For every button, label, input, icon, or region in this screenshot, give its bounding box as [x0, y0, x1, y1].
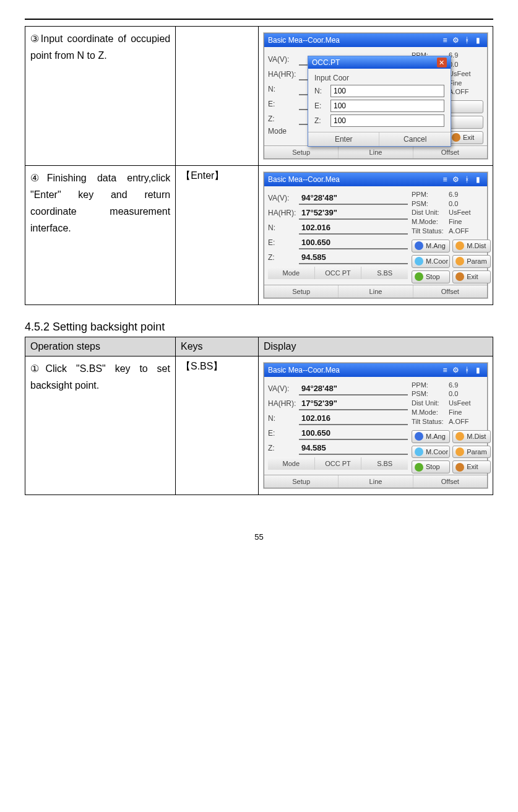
n-b	[299, 222, 408, 235]
app-title: Basic Mea--Coor.Mea	[268, 36, 439, 45]
app-titlebar: Basic Mea--Coor.Mea ≡ ⚙ ᚼ ▮	[264, 33, 487, 47]
ha-b	[299, 207, 408, 220]
step4-text: ④Finishing data entry,click "Enter" key …	[25, 165, 176, 304]
menu-icon: ≡	[440, 175, 450, 184]
dialog-title: OCC.PT	[312, 58, 340, 67]
sbs-btn-b[interactable]: S.BS	[361, 267, 408, 279]
menu-icon: ≡	[440, 365, 450, 375]
sbs-btn-c[interactable]: S.BS	[361, 457, 408, 470]
exit-a[interactable]: Exit	[449, 131, 483, 144]
mang-b[interactable]: M.Ang	[412, 240, 450, 253]
menu-icon: ≡	[440, 35, 450, 45]
va-b	[299, 192, 408, 205]
mcoor-b[interactable]: M.Coor	[412, 255, 450, 268]
page-number: 55	[25, 532, 493, 542]
bluetooth-icon: ᚼ	[462, 175, 472, 184]
occpt-btn-b[interactable]: OCC PT	[315, 267, 362, 279]
step3-display: Basic Mea--Coor.Mea ≡ ⚙ ᚼ ▮ VA(V): HA(HR…	[258, 27, 493, 166]
th-keys: Keys	[175, 337, 258, 356]
section-heading: 4.5.2 Setting backsight point	[25, 321, 493, 334]
step5-text: ①Click "S.BS" key to set backsight point…	[25, 356, 176, 495]
mdist-b[interactable]: M.Dist	[452, 240, 491, 253]
battery-icon: ▮	[473, 175, 483, 184]
top-rule	[25, 19, 493, 20]
gear-icon: ⚙	[451, 175, 461, 184]
occpt-btn-c[interactable]: OCC PT	[315, 457, 362, 470]
line-btn[interactable]: Line	[339, 146, 413, 158]
step4-keys: 【Enter】	[176, 165, 259, 304]
e-b	[299, 236, 408, 249]
dialog-enter-btn[interactable]: Enter	[308, 132, 380, 146]
dlg-n-input[interactable]	[330, 85, 444, 97]
dialog-cancel-btn[interactable]: Cancel	[379, 132, 451, 146]
offset-btn[interactable]: Offset	[413, 146, 487, 158]
step3-text: ③Input coordinate of occupied point from…	[25, 27, 176, 166]
stop-b[interactable]: Stop	[412, 270, 450, 283]
step5-keys: 【S.BS】	[175, 356, 258, 495]
occpt-dialog: OCC.PT ✕ Input Coor N: E: Z: Enter Cance…	[308, 56, 451, 147]
bluetooth-icon: ᚼ	[462, 365, 472, 375]
steps-table-lower: Operation steps Keys Display ①Click "S.B…	[25, 337, 493, 496]
dialog-subtitle: Input Coor	[314, 74, 444, 82]
exit-b[interactable]: Exit	[452, 270, 491, 283]
bottom-bar-a: Setup Line Offset	[264, 145, 487, 158]
bluetooth-icon: ᚼ	[462, 35, 472, 45]
app-coor-screenshot-b: Basic Mea--Coor.Mea ≡ ⚙ ᚼ ▮ VA(V): HA(HR…	[264, 172, 488, 298]
z-b	[299, 251, 408, 264]
gear-icon: ⚙	[451, 365, 461, 375]
steps-table-upper: ③Input coordinate of occupied point from…	[25, 26, 493, 305]
battery-icon: ▮	[473, 365, 483, 375]
param-b[interactable]: Param	[452, 255, 491, 268]
app-occpt-screenshot: Basic Mea--Coor.Mea ≡ ⚙ ᚼ ▮ VA(V): HA(HR…	[264, 33, 488, 159]
app-coor-screenshot-c: Basic Mea--Coor.Mea ≡ ⚙ ᚼ ▮ VA(V): HA(HR…	[264, 363, 488, 489]
th-steps: Operation steps	[25, 337, 176, 356]
step4-display: Basic Mea--Coor.Mea ≡ ⚙ ᚼ ▮ VA(V): HA(HR…	[258, 165, 493, 304]
th-display: Display	[258, 337, 493, 356]
step3-keys	[176, 27, 259, 166]
dialog-close-icon[interactable]: ✕	[437, 58, 447, 67]
dlg-z-input[interactable]	[330, 114, 444, 127]
battery-icon: ▮	[473, 35, 483, 45]
step5-display: Basic Mea--Coor.Mea ≡ ⚙ ᚼ ▮ VA(V): HA(HR…	[258, 356, 493, 495]
dlg-e-input[interactable]	[330, 100, 444, 112]
gear-icon: ⚙	[451, 35, 461, 45]
setup-btn[interactable]: Setup	[264, 146, 339, 158]
